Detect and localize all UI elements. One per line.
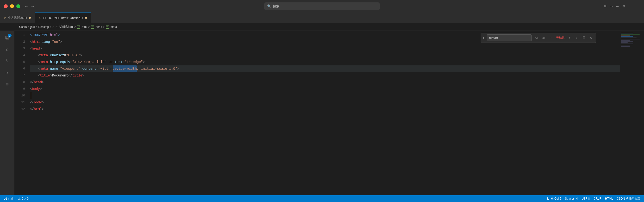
- minimize-button[interactable]: [10, 4, 14, 8]
- bc-html[interactable]: html: [82, 25, 87, 29]
- token: body: [32, 86, 40, 92]
- statusbar-spaces[interactable]: Spaces: 4: [565, 197, 578, 200]
- token: http-equiv: [48, 59, 70, 65]
- token: >: [40, 86, 42, 92]
- token: >: [143, 59, 145, 65]
- maximize-button[interactable]: [16, 4, 20, 8]
- token: charset: [48, 52, 64, 59]
- activity-files[interactable]: ⧉ 2: [2, 33, 12, 43]
- token: "X-UA-Compatible": [72, 59, 106, 65]
- bc-jhxl[interactable]: jhxl: [30, 25, 34, 29]
- line-num-11: 11: [14, 99, 25, 106]
- token: </: [30, 106, 34, 113]
- token: >: [42, 99, 44, 106]
- bc-sep2: >: [36, 25, 37, 29]
- token: content: [80, 65, 96, 72]
- search-placeholder: 搜索: [273, 4, 279, 9]
- layout-icon[interactable]: ⊞: [622, 4, 625, 9]
- find-prev-button[interactable]: ↑: [566, 35, 572, 40]
- statusbar-ln-col[interactable]: Ln 6, Col 5: [547, 197, 561, 200]
- statusbar-branch[interactable]: ⎇ main: [4, 197, 14, 200]
- token: =: [50, 39, 52, 45]
- token: <: [38, 59, 40, 65]
- back-button[interactable]: ←: [25, 4, 28, 9]
- find-close-button[interactable]: ✕: [589, 35, 593, 40]
- tab-file-icon: ◇: [4, 16, 6, 19]
- statusbar-encoding[interactable]: UTF-8: [582, 197, 590, 200]
- find-options: Aa ab *: [534, 35, 554, 40]
- search-activity-icon: ⌕: [6, 47, 9, 53]
- token: [30, 65, 38, 72]
- activity-extensions[interactable]: ⊞: [2, 79, 12, 89]
- token: >: [50, 72, 52, 79]
- code-line-7: < title > Document </ title >: [30, 72, 620, 79]
- find-no-result-label: 无结果: [556, 36, 565, 40]
- bc-users[interactable]: Users: [19, 25, 27, 29]
- find-match-case-button[interactable]: Aa: [534, 35, 540, 40]
- token: >: [42, 106, 44, 113]
- token: head: [32, 45, 40, 52]
- statusbar-eol[interactable]: CRLF: [594, 197, 601, 200]
- minimap-line: [621, 42, 628, 43]
- token: >: [60, 39, 62, 45]
- token: html: [50, 32, 58, 39]
- line-num-8: 8: [14, 79, 25, 86]
- code-line-3: < head >: [30, 45, 620, 52]
- minimap-line: [621, 38, 636, 38]
- statusbar-errors[interactable]: ⚠ 0 △ 0: [18, 197, 28, 200]
- code-line-9: < body >: [30, 86, 620, 92]
- toggle-sidebar-icon[interactable]: ▭: [610, 4, 612, 9]
- code-content[interactable]: <!DOCTYPE html > < html lang = "en" > <: [29, 32, 620, 195]
- bc-sep4: >: [74, 25, 76, 29]
- minimap-line: [621, 33, 633, 34]
- bc-meta[interactable]: meta: [110, 25, 117, 29]
- token: <!DOCTYPE: [30, 32, 48, 39]
- find-expand-icon[interactable]: ▶: [483, 36, 485, 40]
- minimap-line: [621, 35, 630, 36]
- line-num-10: 10: [14, 92, 25, 99]
- activity-source-control[interactable]: ⑂: [2, 56, 12, 66]
- find-next-button[interactable]: ↓: [574, 35, 580, 40]
- token: >: [80, 52, 82, 59]
- line-num-5: 5: [14, 59, 25, 65]
- bc-desktop[interactable]: Desktop: [38, 25, 49, 29]
- tab-untitled[interactable]: ◇ <!DOCTYPE html> Untitled-1: [35, 13, 91, 23]
- token: "en": [52, 39, 60, 45]
- line-num-2: 2: [14, 39, 25, 45]
- tab-xiaoren[interactable]: ◇ 小人逃脱.html: [0, 13, 35, 23]
- minimap-line: [621, 39, 640, 40]
- bc-file[interactable]: 小人逃脱.html: [56, 25, 73, 29]
- token: Document: [52, 72, 68, 79]
- token: "UTF-8": [66, 52, 80, 59]
- tab-label-2: <!DOCTYPE html> Untitled-1: [42, 16, 83, 20]
- activity-run[interactable]: ▷: [2, 67, 12, 78]
- token: meta: [40, 65, 48, 72]
- forward-button[interactable]: →: [32, 4, 34, 9]
- find-whole-word-button[interactable]: ab: [541, 35, 547, 40]
- token: </: [30, 79, 34, 86]
- token: body: [34, 99, 42, 106]
- find-list-button[interactable]: ☰: [581, 35, 587, 40]
- statusbar-lang[interactable]: HTML: [605, 197, 613, 200]
- find-regex-button[interactable]: *: [548, 35, 554, 40]
- close-button[interactable]: [4, 4, 8, 8]
- code-line-12: </ html >: [30, 106, 620, 113]
- token: "width=: [98, 65, 113, 72]
- find-input[interactable]: [487, 34, 532, 41]
- statusbar-watermark: CSDN @几何心流: [616, 197, 640, 201]
- activity-search[interactable]: ⌕: [2, 44, 12, 55]
- toggle-panel-icon[interactable]: ▬: [616, 4, 619, 9]
- token: head: [34, 79, 42, 86]
- bc-html-icon: </>: [77, 25, 80, 29]
- line-num-7: 7: [14, 72, 25, 79]
- split-editor-icon[interactable]: ⧉: [604, 4, 606, 9]
- tab-label: 小人逃脱.html: [8, 16, 27, 20]
- code-editor[interactable]: 1 2 3 4 5 6 7 8 9 10 11 12 <!DOCTYPE htm…: [14, 31, 620, 195]
- bc-sep3: >: [50, 25, 52, 29]
- token: [30, 52, 38, 59]
- global-search-bar[interactable]: 🔍 搜索: [264, 3, 380, 10]
- minimap-line: [621, 44, 633, 44]
- source-control-icon: ⑂: [6, 59, 9, 64]
- token: <: [30, 39, 32, 45]
- bc-head[interactable]: head: [96, 25, 102, 29]
